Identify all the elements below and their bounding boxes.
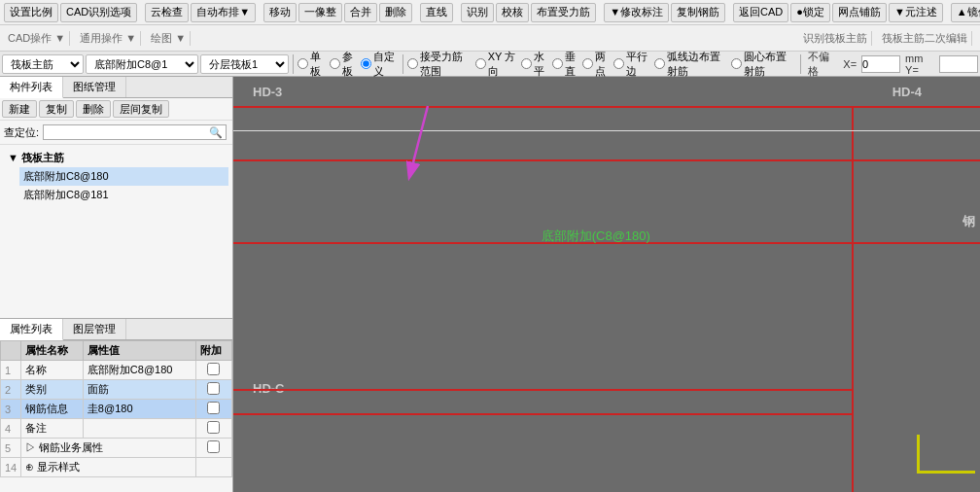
- modify-note-btn[interactable]: ▼修改标注: [604, 3, 669, 22]
- tree-root-label: 筏板主筋: [21, 152, 64, 163]
- lock-btn[interactable]: ●锁定: [790, 3, 830, 22]
- copy-steel-btn[interactable]: 复制钢筋: [671, 3, 725, 22]
- grid-btn[interactable]: 网点铺筋: [832, 3, 887, 22]
- col-prop-value: 属性值: [83, 341, 195, 361]
- common-op-label[interactable]: 通用操作 ▼: [76, 31, 141, 46]
- main-layout: 构件列表 图纸管理 新建 复制 删除 层间复制 查定位: 🔍 ▼ 筏板主筋: [0, 77, 980, 492]
- search-input[interactable]: [44, 125, 206, 139]
- merge-btn[interactable]: 合并: [344, 3, 377, 22]
- sep-r2: [402, 54, 403, 74]
- auto-arrange-btn[interactable]: 自动布排▼: [191, 3, 256, 22]
- tree-search[interactable]: 🔍: [43, 124, 227, 140]
- search-icon[interactable]: 🔍: [206, 126, 226, 139]
- prop-check-cell[interactable]: [195, 439, 231, 458]
- tab-layer-manage[interactable]: 图层管理: [63, 319, 126, 339]
- radio-circle[interactable]: 圆心布置射筋: [731, 50, 797, 79]
- floor-copy-btn[interactable]: 层间复制: [113, 100, 169, 118]
- draw-label[interactable]: 绘图 ▼: [147, 31, 191, 46]
- prop-value-cell[interactable]: 面筋: [83, 380, 195, 400]
- prop-name-cell: 类别: [21, 380, 84, 400]
- tab-drawing-manage[interactable]: 图纸管理: [63, 77, 126, 97]
- identify-btn[interactable]: 识别: [461, 3, 494, 22]
- radio-two-point[interactable]: 两点: [582, 50, 612, 79]
- settings-btn[interactable]: 设置比例: [4, 3, 58, 22]
- coord-mm-label: mm Y=: [902, 53, 937, 76]
- new-btn[interactable]: 新建: [2, 100, 37, 118]
- prop-expandable[interactable]: ▷ 钢筋业务属性: [21, 439, 196, 458]
- cad-op-label[interactable]: CAD操作 ▼: [4, 31, 70, 46]
- coord-y-input[interactable]: [939, 55, 978, 73]
- mirror-btn[interactable]: ▲镜像: [951, 3, 980, 22]
- prop-check-cell[interactable]: [195, 400, 231, 419]
- coord-x-input[interactable]: [861, 55, 900, 73]
- hd4-label: HD-4: [892, 85, 922, 99]
- grid-dropdown[interactable]: 分层筏板1: [200, 54, 289, 74]
- prop-check-cell[interactable]: [195, 361, 231, 380]
- delete-btn[interactable]: 删除: [379, 3, 412, 22]
- check-btn[interactable]: 云检查: [145, 3, 189, 22]
- row-num: 1: [1, 361, 21, 380]
- prop-value-cell[interactable]: [83, 419, 195, 439]
- prop-check-cell[interactable]: [195, 419, 231, 439]
- prop-check-cell[interactable]: [195, 380, 231, 400]
- prop-check[interactable]: [207, 363, 220, 375]
- prop-tabs: 属性列表 图层管理: [0, 319, 232, 340]
- hd3-label: HD-3: [253, 85, 282, 99]
- slab-edit-label: 筏板主筋二次编辑: [878, 31, 972, 46]
- list-item[interactable]: 底部附加C8@181: [19, 186, 228, 204]
- prop-check[interactable]: [207, 421, 220, 434]
- property-table: 属性名称 属性值 附加 1 名称 底部附加C8@180 2 类别: [0, 340, 232, 477]
- prop-value-cell[interactable]: 底部附加C8@180: [83, 361, 195, 380]
- tab-prop-list[interactable]: 属性列表: [0, 319, 63, 340]
- tab-component-list[interactable]: 构件列表: [0, 77, 63, 98]
- radio-boundary[interactable]: 弧线边布置射筋: [654, 50, 729, 79]
- table-row: 2 类别 面筋: [1, 380, 232, 400]
- return-cad-btn[interactable]: 返回CAD: [733, 3, 788, 22]
- magenta-arrow-svg: [233, 77, 980, 492]
- radio-v[interactable]: 垂直: [552, 50, 581, 79]
- board-radio-group: 单板 参板 自定义: [298, 50, 399, 79]
- prop-value-cell[interactable]: 圭8@180: [83, 400, 195, 419]
- radio-h[interactable]: 水平: [521, 50, 550, 79]
- copy-tree-btn[interactable]: 复制: [39, 100, 74, 118]
- hd-right-label: 钢: [962, 213, 975, 230]
- prop-check-cell[interactable]: [195, 458, 231, 477]
- straight-btn[interactable]: 直线: [420, 3, 453, 22]
- lower-red-line1: [233, 389, 854, 391]
- copy-btn[interactable]: 一像整: [298, 3, 342, 22]
- floor-dropdown[interactable]: 底部附加C8@1: [86, 54, 198, 74]
- prop-name-cell: 名称: [21, 361, 84, 380]
- element-btn[interactable]: ▼元注述: [889, 3, 943, 22]
- radio-single[interactable]: 单板: [298, 50, 327, 79]
- prop-check[interactable]: [207, 440, 220, 453]
- table-row: 3 钢筋信息 圭8@180: [1, 400, 232, 419]
- left-panel: 构件列表 图纸管理 新建 复制 删除 层间复制 查定位: 🔍 ▼ 筏板主筋: [0, 77, 233, 492]
- verify-btn[interactable]: 校核: [496, 3, 529, 22]
- layout-force-btn[interactable]: 布置受力筋: [531, 3, 596, 22]
- prop-expandable[interactable]: ⊕ 显示样式: [21, 458, 196, 477]
- canvas-area[interactable]: HD-3 HD-4 HD-C 钢 底部附加(C8@180): [233, 77, 980, 492]
- row-num: 2: [1, 380, 21, 400]
- table-row: 4 备注: [1, 419, 232, 439]
- radio-force-range[interactable]: 接受力筋范围: [407, 50, 473, 79]
- radio-multi[interactable]: 参板: [330, 50, 359, 79]
- green-annotation: 底部附加(C8@180): [542, 228, 650, 245]
- yellow-shape: [917, 435, 975, 474]
- prop-check[interactable]: [207, 402, 220, 414]
- tree-root[interactable]: ▼ 筏板主筋: [4, 149, 228, 167]
- delete-tree-btn[interactable]: 删除: [76, 100, 111, 118]
- radio-parallel[interactable]: 平行边: [613, 50, 651, 79]
- col-prop-add: 附加: [195, 341, 231, 361]
- top-red-border: [233, 106, 980, 108]
- left-panel-tabs: 构件列表 图纸管理: [0, 77, 232, 98]
- radio-custom[interactable]: 自定义: [361, 50, 399, 79]
- coord-x-label: X=: [840, 58, 859, 70]
- tree-children: 底部附加C8@180 底部附加C8@181: [4, 167, 228, 204]
- svg-line-1: [413, 106, 428, 162]
- list-item[interactable]: 底部附加C8@180: [19, 167, 228, 186]
- prop-check[interactable]: [207, 382, 220, 395]
- radio-xy[interactable]: XY 方向: [475, 50, 519, 79]
- move-btn[interactable]: 移动: [263, 3, 297, 22]
- main-dropdown[interactable]: 筏板主筋: [2, 54, 84, 74]
- cad-identify-btn[interactable]: CAD识别选项: [60, 3, 137, 22]
